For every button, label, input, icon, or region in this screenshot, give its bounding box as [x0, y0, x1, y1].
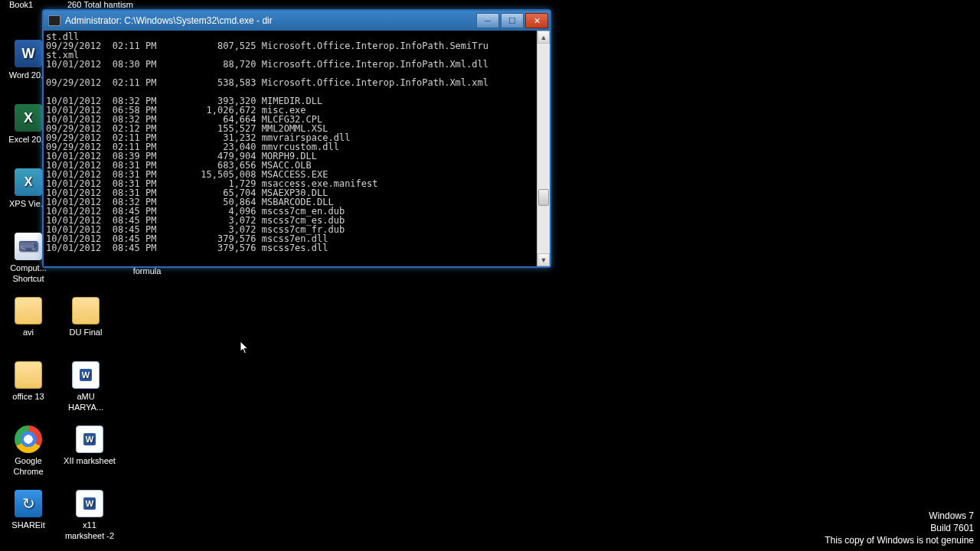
folder-icon — [15, 297, 42, 324]
excel-icon — [15, 104, 42, 132]
worddoc-icon — [72, 361, 100, 389]
minimize-button[interactable]: ─ — [476, 13, 499, 28]
icon-label: aMU HARYA... — [68, 391, 103, 412]
chrome-icon — [15, 425, 42, 453]
cmd-window[interactable]: Administrator: C:\Windows\System32\cmd.e… — [42, 9, 551, 268]
icon-label: XII marksheet — [64, 455, 116, 466]
cmd-body: st.dll 09/29/2012 02:11 PM 807,525 Micro… — [44, 31, 550, 266]
desktop-icon-dufinal[interactable]: DU Final — [60, 297, 112, 337]
watermark-line2: Build 7601 — [825, 522, 974, 534]
icon-label: Google Chrome — [13, 455, 43, 477]
scroll-thumb[interactable] — [538, 189, 549, 206]
scroll-up-button[interactable]: ▲ — [537, 31, 550, 44]
watermark-line1: Windows 7 — [825, 510, 974, 522]
windows-watermark: Windows 7 Build 7601 This copy of Window… — [825, 510, 974, 546]
icon-label: office 13 — [12, 391, 44, 402]
folder-icon — [15, 361, 42, 389]
window-title: Administrator: C:\Windows\System32\cmd.e… — [65, 15, 273, 26]
desktop-icon-amu[interactable]: aMU HARYA... — [60, 361, 112, 412]
partial-icon-label: Book1 — [9, 0, 33, 9]
desktop-icon-chrome[interactable]: Google Chrome — [2, 425, 54, 477]
worddoc-icon — [76, 490, 103, 517]
partial-icon-label2: 260 Total hantism — [67, 0, 133, 9]
word-icon — [15, 40, 42, 67]
icon-label: Comput... Shortcut — [10, 262, 47, 284]
xps-icon — [15, 168, 42, 196]
icon-label: DU Final — [70, 327, 103, 337]
mouse-cursor-icon — [240, 341, 249, 354]
scroll-down-button[interactable]: ▼ — [537, 253, 550, 266]
desktop-icon-x11marksheet[interactable]: x11 marksheet -2 — [60, 490, 119, 541]
maximize-button[interactable]: ☐ — [501, 13, 524, 28]
worddoc-icon — [76, 425, 103, 453]
desktop-icon-xiimarksheet[interactable]: XII marksheet — [60, 425, 119, 466]
shortcut-icon — [15, 233, 42, 260]
cmd-icon — [48, 15, 60, 26]
vertical-scrollbar[interactable]: ▲ ▼ — [537, 31, 550, 266]
desktop-icon-office13[interactable]: office 13 — [2, 361, 54, 402]
shareit-icon — [15, 490, 42, 517]
scroll-track[interactable] — [537, 44, 550, 253]
close-button[interactable]: ✕ — [525, 13, 548, 28]
icon-label: avi — [23, 327, 34, 337]
icon-label: x11 marksheet -2 — [65, 520, 114, 541]
icon-label: SHAREit — [11, 520, 44, 530]
titlebar[interactable]: Administrator: C:\Windows\System32\cmd.e… — [44, 11, 550, 31]
cmd-output[interactable]: st.dll 09/29/2012 02:11 PM 807,525 Micro… — [44, 31, 537, 266]
watermark-line3: This copy of Windows is not genuine — [825, 534, 974, 546]
desktop-icon-shareit[interactable]: SHAREit — [2, 490, 54, 530]
desktop-icon-avi[interactable]: avi — [2, 297, 54, 337]
folder-icon — [72, 297, 100, 324]
